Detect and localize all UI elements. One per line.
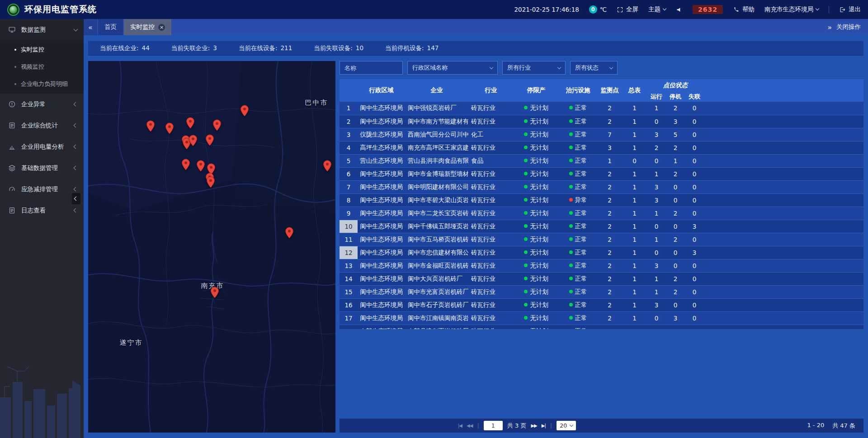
- sidebar-subitem[interactable]: 企业电力负荷明细: [0, 75, 84, 93]
- table-row[interactable]: 6阆中生态环境局阆中市金博瑞新型墙材砖瓦行业无计划正常21120: [340, 167, 863, 180]
- col-run: 运行: [647, 91, 666, 102]
- last-page-button[interactable]: ▶|: [542, 423, 546, 428]
- cell-region: 阆中生态环境局: [358, 311, 405, 325]
- close-icon[interactable]: ×: [158, 24, 165, 31]
- chevron-left-icon: [74, 123, 78, 128]
- region-filter-select[interactable]: 行政区域名称: [407, 61, 498, 75]
- map-pin[interactable]: [213, 119, 222, 131]
- announcement-icon[interactable]: [676, 6, 683, 13]
- status-dot-icon: [524, 159, 528, 162]
- sidebar-item-4[interactable]: 企业用电量分析: [0, 136, 84, 157]
- status-dot-icon: [569, 316, 573, 320]
- cell-points: 2: [597, 207, 622, 220]
- status-filter-select[interactable]: 所有状态: [570, 61, 618, 75]
- first-page-button[interactable]: |◀: [458, 423, 462, 428]
- sidebar-subitem[interactable]: 视频监控: [0, 58, 84, 75]
- cell-lost: 0: [685, 311, 704, 325]
- next-page-button[interactable]: ▶▶: [531, 423, 537, 428]
- table-row[interactable]: 3仪陇生态环境局西南油气田分公司川中化工无计划正常71350: [340, 128, 863, 141]
- map-pin[interactable]: [197, 160, 205, 172]
- map-pin[interactable]: [206, 134, 214, 146]
- table-row[interactable]: 12阆中生态环境局阆中市忠信建材有限公砖瓦行业无计划正常21003: [340, 246, 863, 259]
- close-operations-button[interactable]: 关闭操作: [836, 23, 861, 31]
- page-size-select[interactable]: 20: [557, 421, 576, 430]
- table-row[interactable]: 13阆中生态环境局阆中市金福旺页岩机砖砖瓦行业无计划正常21300: [340, 259, 863, 272]
- row-index: 5: [340, 154, 358, 167]
- map-pin[interactable]: [186, 117, 195, 129]
- cell-limit: 无计划: [514, 246, 559, 259]
- panes: 巴中市南充市遂宁市 行政区域名称 所有行业: [84, 56, 868, 438]
- cell-stop: 3: [666, 311, 685, 325]
- bullet-icon: [14, 49, 16, 51]
- map-pin[interactable]: [146, 120, 155, 132]
- cell-points: 2: [597, 220, 622, 233]
- sidebar-item-7[interactable]: 日志查看: [0, 200, 84, 221]
- table-row[interactable]: 16阆中生态环境局阆中市石子页岩机砖厂砖瓦行业无计划正常21300: [340, 298, 863, 311]
- table-row[interactable]: 8阆中生态环境局阆中市枣碧大梁山页岩砖瓦行业无计划异常21300: [340, 193, 863, 207]
- tabs-scroll-right-button[interactable]: »: [827, 23, 832, 32]
- page-number-input[interactable]: [484, 421, 503, 430]
- table-row[interactable]: 1阆中生态环境局阆中强锐页岩砖厂砖瓦行业无计划正常21120: [340, 102, 863, 115]
- table-row[interactable]: 15阆中生态环境局阆中市光富页岩机砖厂砖瓦行业无计划正常21120: [340, 285, 863, 298]
- sidebar-item-label: 应急减排管理: [21, 185, 74, 193]
- table-row[interactable]: 17阆中生态环境局阆中市江南镇阆南页岩砖瓦行业无计划正常21030: [340, 311, 863, 325]
- map-pin[interactable]: [189, 135, 198, 146]
- sidebar-item-1[interactable]: 数据监测: [0, 19, 84, 40]
- sidebar-subitem-label: 视频监控: [21, 63, 44, 71]
- status-dot-icon: [524, 237, 528, 241]
- help-button[interactable]: 帮助: [733, 5, 755, 14]
- logout-button[interactable]: 退出: [839, 5, 861, 14]
- table-row[interactable]: 9阆中生态环境局阆中市二龙长宝页岩砖砖瓦行业无计划正常21120: [340, 207, 863, 220]
- table-row[interactable]: 18南部生态环境局南部县建兴页岩机砖厂砖瓦行业无计划正常21030: [340, 325, 863, 329]
- map-pin[interactable]: [182, 159, 190, 170]
- org-dropdown[interactable]: 南充市生态环境局: [764, 5, 819, 14]
- map-pin[interactable]: [165, 122, 174, 134]
- sidebar-item-3[interactable]: 企业综合统计: [0, 115, 84, 136]
- map[interactable]: 巴中市南充市遂宁市: [88, 61, 335, 433]
- table-row[interactable]: 10阆中生态环境局阆中千佛镇五郎垭页岩砖瓦行业无计划正常21003: [340, 220, 863, 233]
- table-row[interactable]: 5营山生态环境局营山县润丰肉食品有限食品无计划正常10010: [340, 154, 863, 167]
- name-filter-input[interactable]: [344, 65, 398, 71]
- cell-lost: 3: [685, 246, 704, 259]
- cell-points: 2: [597, 246, 622, 259]
- table-row[interactable]: 14阆中生态环境局阆中大兴页岩机砖厂砖瓦行业无计划正常21120: [340, 272, 863, 285]
- pager-controls: |◀ ◀◀ | 共 3 页 ▶▶ ▶| | 20: [458, 421, 576, 430]
- cell-lost: 0: [685, 180, 704, 193]
- sidebar-item-5[interactable]: 基础数据管理: [0, 157, 84, 179]
- map-pin[interactable]: [211, 287, 219, 298]
- chevron-down-icon: [570, 423, 573, 427]
- theme-dropdown[interactable]: 主题: [648, 5, 666, 14]
- map-pin[interactable]: [241, 105, 249, 117]
- sidebar-subitem-label: 企业电力负荷明细: [21, 80, 68, 88]
- cell-limit: 无计划: [514, 207, 559, 220]
- tab-list: 首页实时监控×: [97, 19, 171, 35]
- cell-facility: 正常: [559, 141, 597, 154]
- tabs-scroll-left-button[interactable]: «: [84, 19, 97, 35]
- sidebar-item-2[interactable]: 企业异常: [0, 94, 84, 115]
- table-row[interactable]: 7阆中生态环境局阆中明阳建材有限公司砖瓦行业无计划正常21300: [340, 180, 863, 193]
- status-dot-icon: [569, 132, 573, 136]
- cell-run: 1: [647, 272, 666, 285]
- cell-run: 3: [647, 128, 666, 141]
- industry-filter-select[interactable]: 所有行业: [502, 61, 566, 75]
- prev-page-button[interactable]: ◀◀: [467, 423, 472, 428]
- temperature-unit: ℃: [600, 6, 607, 13]
- map-pin[interactable]: [207, 176, 215, 188]
- tab-bar: « 首页实时监控× » 关闭操作: [84, 19, 868, 35]
- map-pin[interactable]: [285, 227, 294, 239]
- map-pin[interactable]: [323, 160, 332, 172]
- tab-2[interactable]: 实时监控×: [124, 19, 171, 35]
- top-header: 环保用电监管系统 2021-02-25 17:46:18 0 ℃ 全屏 主题 2…: [0, 0, 868, 19]
- table-row[interactable]: 11阆中生态环境局阆中市五马桥页岩机砖砖瓦行业无计划正常21120: [340, 233, 863, 246]
- fullscreen-button[interactable]: 全屏: [617, 5, 638, 14]
- cell-stop: 2: [666, 233, 685, 246]
- alert-count-badge[interactable]: 2632: [693, 5, 723, 14]
- sidebar-item-label: 基础数据管理: [21, 164, 74, 172]
- table-row[interactable]: 2阆中生态环境局阆中市南方节能建材有砖瓦行业无计划正常21030: [340, 115, 863, 128]
- table-row[interactable]: 4高坪生态环境局南充市高坪区王家店建砖瓦行业无计划正常31220: [340, 141, 863, 154]
- col-lost: 失联: [685, 91, 704, 102]
- map-collapse-handle[interactable]: [72, 193, 80, 204]
- sidebar-subitem[interactable]: 实时监控: [0, 41, 84, 58]
- tab-1[interactable]: 首页: [98, 19, 123, 35]
- sidebar-item-6[interactable]: 应急减排管理: [0, 179, 84, 200]
